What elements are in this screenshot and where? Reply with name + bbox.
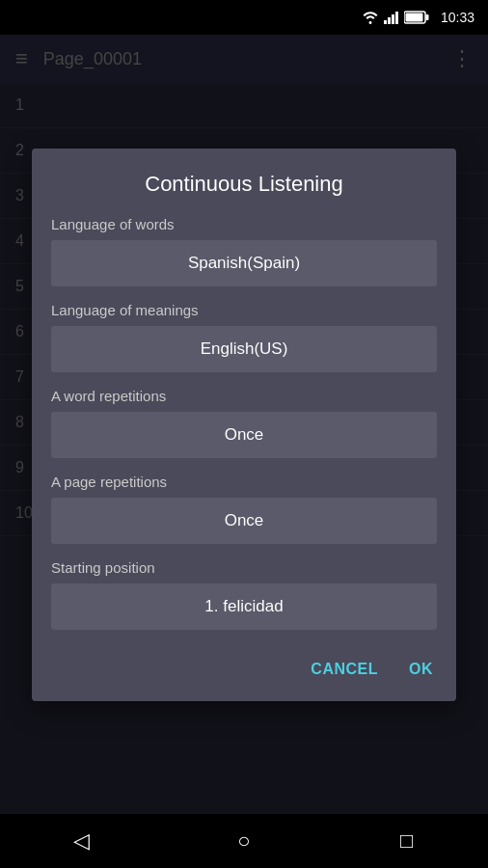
ok-button[interactable]: OK [405, 653, 437, 686]
starting-position-button[interactable]: 1. felicidad [51, 583, 437, 630]
page-repetitions-label: A page repetitions [51, 474, 437, 490]
word-repetitions-button[interactable]: Once [51, 412, 437, 458]
svg-rect-6 [425, 14, 428, 20]
dialog-title: Continuous Listening [51, 172, 437, 197]
recent-apps-button[interactable]: □ [383, 817, 431, 865]
cancel-button[interactable]: CANCEL [307, 653, 382, 686]
continuous-listening-dialog: Continuous Listening Language of words S… [32, 149, 456, 701]
svg-rect-0 [384, 20, 387, 24]
status-bar: 10:33 [0, 0, 488, 35]
svg-rect-2 [392, 14, 394, 24]
battery-icon [404, 11, 429, 24]
app-background: ≡ Page_00001 ⋮ 1 2 3 4 5 6 7 8 9 [0, 35, 488, 814]
status-time: 10:33 [441, 10, 474, 25]
home-button[interactable]: ○ [220, 817, 268, 865]
page-repetitions-button[interactable]: Once [51, 498, 437, 544]
svg-rect-3 [395, 12, 398, 24]
svg-rect-1 [388, 17, 391, 24]
dialog-overlay: Continuous Listening Language of words S… [0, 35, 488, 814]
language-of-words-button[interactable]: Spanish(Spain) [51, 240, 437, 286]
dialog-actions: CANCEL OK [51, 645, 437, 686]
nav-bar: ◁ ○ □ [0, 814, 488, 868]
word-repetitions-label: A word repetitions [51, 388, 437, 404]
starting-position-label: Starting position [51, 559, 437, 576]
wifi-icon [362, 11, 379, 24]
language-of-words-label: Language of words [51, 216, 437, 232]
language-of-meanings-button[interactable]: English(US) [51, 326, 437, 372]
svg-rect-5 [405, 14, 422, 22]
back-button[interactable]: ◁ [57, 817, 105, 865]
language-of-meanings-label: Language of meanings [51, 302, 437, 318]
signal-icon [384, 11, 399, 24]
status-icons [362, 11, 429, 24]
